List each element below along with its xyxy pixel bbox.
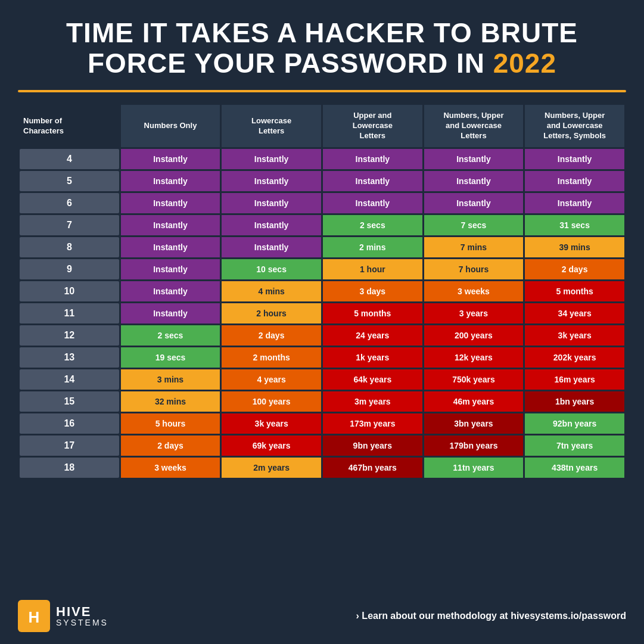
data-cell: Instantly [121,215,220,235]
data-cell: 200 years [424,325,524,346]
footer-link-url: hivesystems.io/password [511,611,626,621]
data-cell: 3k years [525,325,624,346]
table-row: 165 hours3k years173m years3bn years92bn… [20,413,624,434]
data-cell: 69k years [222,435,321,456]
data-cell: Instantly [222,149,321,169]
data-cell: 2 days [525,259,624,279]
table-row: 143 mins4 years64k years750k years16m ye… [20,369,624,390]
data-cell: 92bn years [525,413,624,434]
data-cell: 10 secs [222,259,321,279]
data-cell: 3 mins [121,369,220,390]
data-cell: 19 secs [121,347,220,368]
data-cell: Instantly [222,237,321,257]
char-count-cell: 13 [20,347,119,368]
data-cell: 2m years [222,458,321,478]
svg-text:H: H [29,608,40,626]
col-header-upper-lower: Upper andLowercaseLetters [323,105,422,147]
col-header-numbers: Numbers Only [121,105,220,147]
data-cell: 39 mins [525,237,624,257]
data-cell: 12k years [424,347,524,368]
data-cell: 24 years [323,325,422,346]
char-count-cell: 8 [20,237,119,257]
table-row: 10Instantly4 mins3 days3 weeks5 months [20,281,624,301]
data-cell: 2 days [121,435,220,456]
char-count-cell: 17 [20,435,119,456]
char-count-cell: 11 [20,303,119,323]
table-row: 7InstantlyInstantly2 secs7 secs31 secs [20,215,624,235]
data-cell: Instantly [323,171,422,191]
char-count-cell: 12 [20,325,119,346]
data-cell: 46m years [424,391,524,412]
char-count-cell: 16 [20,413,119,434]
password-table: Number ofCharacters Numbers Only Lowerca… [18,103,626,480]
data-cell: Instantly [121,303,220,323]
data-cell: 32 mins [121,391,220,412]
data-cell: 1bn years [525,391,624,412]
table-header-row: Number ofCharacters Numbers Only Lowerca… [20,105,624,147]
char-count-cell: 15 [20,391,119,412]
hive-logo-icon: H [18,600,50,632]
data-cell: Instantly [525,149,624,169]
data-cell: 64k years [323,369,422,390]
data-cell: 16m years [525,369,624,390]
data-cell: Instantly [424,149,524,169]
char-count-cell: 5 [20,171,119,191]
data-cell: Instantly [424,193,524,213]
data-cell: 2 mins [323,237,422,257]
footer: H HIVE SYSTEMS › Learn about our methodo… [18,595,626,632]
logo-systems: SYSTEMS [56,618,108,627]
data-cell: 11tn years [424,458,524,478]
table-row: 1319 secs2 months1k years12k years202k y… [20,347,624,368]
data-cell: 9bn years [323,435,422,456]
data-cell: 2 hours [222,303,321,323]
table-row: 9Instantly10 secs1 hour7 hours2 days [20,259,624,279]
data-cell: 31 secs [525,215,624,235]
data-cell: 2 days [222,325,321,346]
logo-hive: HIVE [56,605,108,618]
data-cell: 34 years [525,303,624,323]
data-cell: Instantly [121,149,220,169]
data-cell: Instantly [121,281,220,301]
title-line1: TIME IT TAKES A HACKER TO BRUTE [18,18,626,48]
data-cell: Instantly [222,193,321,213]
data-cell: 2 months [222,347,321,368]
footer-link[interactable]: › Learn about our methodology at hivesys… [356,611,626,621]
col-header-all: Numbers, Upperand LowercaseLetters, Symb… [525,105,624,147]
data-cell: 2 secs [323,215,422,235]
data-cell: 3k years [222,413,321,434]
data-cell: Instantly [424,171,524,191]
data-cell: 3 years [424,303,524,323]
char-count-cell: 10 [20,281,119,301]
table-row: 172 days69k years9bn years179bn years7tn… [20,435,624,456]
table-row: 183 weeks2m years467bn years11tn years43… [20,458,624,478]
data-cell: 100 years [222,391,321,412]
table-wrapper: Number ofCharacters Numbers Only Lowerca… [18,103,626,587]
col-header-chars: Number ofCharacters [20,105,119,147]
data-cell: Instantly [222,171,321,191]
title-line2: FORCE YOUR PASSWORD IN 2022 [18,48,626,79]
main-container: TIME IT TAKES A HACKER TO BRUTE FORCE YO… [0,0,644,644]
data-cell: Instantly [323,149,422,169]
data-cell: 1 hour [323,259,422,279]
data-cell: 179bn years [424,435,524,456]
char-count-cell: 4 [20,149,119,169]
data-cell: 7tn years [525,435,624,456]
data-cell: 5 hours [121,413,220,434]
data-cell: 2 secs [121,325,220,346]
col-header-numbers-upper-lower: Numbers, Upperand LowercaseLetters [424,105,524,147]
data-cell: Instantly [121,193,220,213]
data-cell: Instantly [323,193,422,213]
table-row: 5InstantlyInstantlyInstantlyInstantlyIns… [20,171,624,191]
logo-area: H HIVE SYSTEMS [18,600,108,632]
data-cell: 7 hours [424,259,524,279]
table-row: 122 secs2 days24 years200 years3k years [20,325,624,346]
data-cell: 3m years [323,391,422,412]
char-count-cell: 14 [20,369,119,390]
char-count-cell: 6 [20,193,119,213]
data-cell: 750k years [424,369,524,390]
data-cell: 5 months [323,303,422,323]
char-count-cell: 18 [20,458,119,478]
data-cell: 3 days [323,281,422,301]
main-title: TIME IT TAKES A HACKER TO BRUTE FORCE YO… [18,18,626,78]
data-cell: Instantly [525,171,624,191]
